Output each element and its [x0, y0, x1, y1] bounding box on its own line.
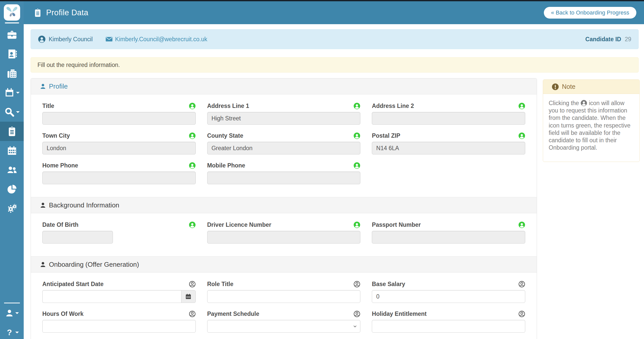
users-icon	[7, 165, 17, 175]
candidate-email: Kimberly.Council@webrecruit.co.uk	[115, 36, 207, 43]
sidebar-item-people[interactable]	[0, 160, 24, 180]
caret-down-icon	[15, 332, 19, 335]
field-label-town-city: Town City	[42, 132, 70, 139]
field-driver-licence-number: Driver Licence Number	[207, 221, 361, 244]
sidebar-item-search-menu[interactable]	[0, 102, 24, 122]
sidebar-item-reports[interactable]	[0, 180, 24, 199]
sidebar-item-profile-data[interactable]	[0, 122, 24, 141]
request-from-candidate-icon[interactable]	[353, 162, 360, 169]
request-from-candidate-icon[interactable]	[353, 103, 360, 109]
profile-data-form: ProfileTitleAddress Line 1Address Line 2…	[31, 78, 537, 339]
envelope-icon	[106, 36, 113, 43]
field-passport-number: Passport Number	[372, 221, 525, 244]
section-header-profile: Profile	[31, 78, 537, 94]
payment-schedule-select[interactable]	[207, 320, 361, 333]
field-date-of-birth: Date Of Birth	[42, 221, 196, 244]
briefcase-icon	[7, 30, 17, 40]
candidate-name: Kimberly Council	[49, 36, 93, 43]
field-label-driver-licence-number: Driver Licence Number	[207, 221, 271, 228]
sidebar-item-calendar-menu[interactable]	[0, 83, 24, 102]
request-from-candidate-icon[interactable]	[353, 310, 360, 317]
user-circle-icon	[581, 100, 587, 106]
page-title: Profile Data	[46, 8, 88, 17]
field-home-phone: Home Phone	[42, 162, 196, 184]
search-icon	[4, 107, 15, 117]
field-label-role-title: Role Title	[207, 281, 233, 288]
app-logo[interactable]	[4, 4, 20, 21]
exclamation-circle-icon	[552, 83, 559, 90]
sidebar-item-schedule[interactable]	[0, 141, 24, 160]
person-icon	[40, 83, 46, 90]
request-from-candidate-icon[interactable]	[518, 310, 525, 317]
field-address-line-2: Address Line 2	[372, 103, 525, 125]
sidebar-item-settings[interactable]	[0, 199, 24, 218]
date-of-birth-input	[42, 231, 113, 244]
candidate-info-bar: Kimberly Council Kimberly.Council@webrec…	[31, 29, 639, 49]
county-state-input	[207, 142, 361, 154]
request-from-candidate-icon[interactable]	[189, 310, 196, 317]
request-from-candidate-icon[interactable]	[518, 221, 525, 228]
request-from-candidate-icon[interactable]	[518, 281, 525, 288]
field-label-postal-zip: Postal ZIP	[372, 132, 400, 139]
sidebar-item-candidates[interactable]	[0, 44, 24, 64]
request-from-candidate-icon[interactable]	[189, 132, 196, 139]
main-content: Kimberly Council Kimberly.Council@webrec…	[24, 24, 644, 339]
logo-active-underline	[5, 22, 19, 23]
note-title: Note	[562, 83, 575, 90]
section-title: Profile	[49, 82, 68, 90]
mobile-phone-input	[207, 172, 361, 184]
candidate-id-label: Candidate ID	[585, 36, 621, 43]
candidate-email-link[interactable]: Kimberly.Council@webrecruit.co.uk	[103, 36, 207, 43]
request-from-candidate-icon[interactable]	[518, 103, 525, 109]
field-label-address-line-2: Address Line 2	[372, 103, 414, 109]
person-icon	[40, 261, 46, 268]
hours-of-work-input[interactable]	[42, 320, 196, 333]
title-input	[42, 112, 196, 125]
user-icon	[5, 309, 14, 317]
back-to-onboarding-button[interactable]: « Back to Onboarding Progress	[544, 7, 636, 19]
request-from-candidate-icon[interactable]	[353, 132, 360, 139]
field-anticipated-start-date: Anticipated Start Date	[42, 281, 196, 303]
sidebar-item-jobs[interactable]	[0, 25, 24, 44]
request-from-candidate-icon[interactable]	[353, 221, 360, 228]
field-address-line-1: Address Line 1	[207, 103, 361, 125]
fax-icon	[7, 68, 17, 78]
field-postal-zip: Postal ZIP	[372, 132, 525, 154]
date-picker-button[interactable]	[181, 290, 196, 303]
note-header: Note	[543, 80, 639, 94]
request-from-candidate-icon[interactable]	[353, 281, 360, 288]
svg-text:?: ?	[7, 328, 12, 337]
role-title-input[interactable]	[207, 290, 361, 303]
field-mobile-phone: Mobile Phone	[207, 162, 361, 184]
sidebar-item-help[interactable]: ?	[0, 323, 24, 339]
field-hours-of-work: Hours Of Work	[42, 310, 196, 333]
field-label-holiday-entitlement: Holiday Entitlement	[372, 310, 427, 317]
base-salary-input[interactable]	[372, 290, 525, 303]
request-from-candidate-icon[interactable]	[518, 132, 525, 139]
field-label-county-state: County State	[207, 132, 243, 139]
section-body-background-information: Date Of BirthDriver Licence NumberPasspo…	[31, 213, 537, 256]
caret-down-icon	[16, 111, 20, 115]
caret-down-icon	[16, 92, 20, 95]
request-from-candidate-icon[interactable]	[189, 162, 196, 169]
field-payment-schedule: Payment Schedule	[207, 310, 361, 333]
anticipated-start-date-input[interactable]	[42, 290, 181, 303]
request-from-candidate-icon[interactable]	[189, 281, 196, 288]
sidebar: ?	[0, 1, 24, 339]
window-top-strip	[0, 0, 644, 1]
section-body-onboarding-offer-generation: Anticipated Start DateRole TitleBase Sal…	[31, 273, 537, 339]
address-line-2-input	[372, 112, 525, 125]
sidebar-item-communications[interactable]	[0, 64, 24, 83]
candidate-id: Candidate ID 29	[585, 36, 631, 43]
postal-zip-input	[372, 142, 525, 154]
field-label-date-of-birth: Date Of Birth	[42, 221, 78, 228]
field-label-mobile-phone: Mobile Phone	[207, 162, 245, 169]
holiday-entitlement-input[interactable]	[372, 320, 525, 333]
sidebar-item-account[interactable]	[0, 303, 24, 323]
note-body: Clicking the icon will allow you to requ…	[543, 94, 639, 162]
request-from-candidate-icon[interactable]	[189, 221, 196, 228]
request-from-candidate-icon[interactable]	[189, 103, 196, 109]
field-label-home-phone: Home Phone	[42, 162, 78, 169]
required-info-alert: Fill out the required information.	[31, 57, 639, 73]
passport-number-input	[372, 231, 525, 244]
